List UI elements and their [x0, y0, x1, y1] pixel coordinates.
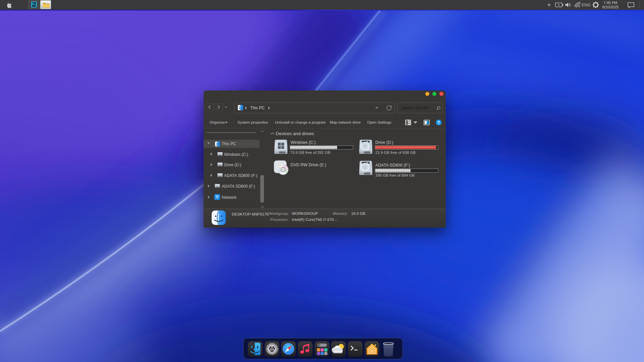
svg-text:?: ?: [437, 120, 440, 125]
svg-text:ENG: ENG: [582, 3, 591, 7]
